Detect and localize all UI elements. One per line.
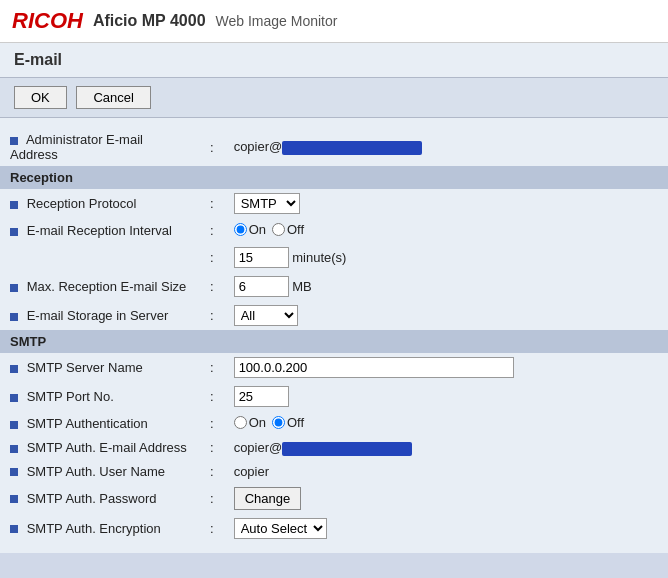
form-table: Administrator E-mail Address : copier@ R… (0, 128, 668, 543)
reception-interval-label: E-mail Reception Interval (27, 223, 172, 238)
smtp-auth-email-row: SMTP Auth. E-mail Address : copier@ (0, 436, 668, 460)
smtp-section-row: SMTP (0, 330, 668, 353)
bullet-smtp-port (10, 394, 18, 402)
bullet-max-email-size (10, 284, 18, 292)
smtp-server-name-row: SMTP Server Name : (0, 353, 668, 382)
smtp-auth-encryption-row: SMTP Auth. Encryption : Auto Select TLS … (0, 514, 668, 543)
bullet-smtp-auth-password (10, 495, 18, 503)
smtp-auth-username-value: copier (234, 464, 269, 479)
smtp-auth-username-row: SMTP Auth. User Name : copier (0, 460, 668, 483)
smtp-auth-radio-group: On Off (234, 415, 304, 430)
smtp-auth-username-label: SMTP Auth. User Name (27, 464, 165, 479)
reception-interval-row: E-mail Reception Interval : On Off (0, 218, 668, 243)
reception-protocol-select[interactable]: SMTP POP3 IMAP4 (234, 193, 300, 214)
smtp-auth-row: SMTP Authentication : On Off (0, 411, 668, 436)
max-email-size-label: Max. Reception E-mail Size (27, 279, 187, 294)
reception-interval-input[interactable] (234, 247, 289, 268)
reception-interval-off-radio[interactable] (272, 223, 285, 236)
email-storage-select[interactable]: All Leave Delete (234, 305, 298, 326)
smtp-auth-off-label[interactable]: Off (272, 415, 304, 430)
action-bar: OK Cancel (0, 78, 668, 118)
smtp-auth-email-prefix: copier@ (234, 440, 283, 455)
admin-email-label: Administrator E-mail Address (10, 132, 143, 162)
email-storage-label: E-mail Storage in Server (27, 308, 169, 323)
reception-interval-on-label[interactable]: On (234, 222, 266, 237)
reception-interval-unit: minute(s) (292, 250, 346, 265)
smtp-auth-off-radio[interactable] (272, 416, 285, 429)
header: RICOH Aficio MP 4000 Web Image Monitor (0, 0, 668, 43)
smtp-auth-email-label: SMTP Auth. E-mail Address (27, 440, 187, 455)
reception-interval-value-row: : minute(s) (0, 243, 668, 272)
app-name: Web Image Monitor (216, 13, 338, 29)
bullet-smtp-auth-username (10, 468, 18, 476)
bullet-smtp-server (10, 365, 18, 373)
bullet-smtp-auth-email (10, 445, 18, 453)
reception-section-row: Reception (0, 166, 668, 189)
model-name: Aficio MP 4000 (93, 12, 206, 30)
reception-protocol-label: Reception Protocol (27, 196, 137, 211)
admin-email-redacted (282, 141, 422, 155)
smtp-server-input[interactable] (234, 357, 514, 378)
page-title: E-mail (0, 43, 668, 78)
bullet-smtp-auth-encryption (10, 525, 18, 533)
max-email-size-unit: MB (292, 279, 312, 294)
bullet-admin-email (10, 137, 18, 145)
smtp-server-label: SMTP Server Name (27, 360, 143, 375)
smtp-port-input[interactable] (234, 386, 289, 407)
smtp-auth-password-label: SMTP Auth. Password (27, 491, 157, 506)
reception-section-header: Reception (0, 166, 668, 189)
reception-protocol-row: Reception Protocol : SMTP POP3 IMAP4 (0, 189, 668, 218)
main-content: Administrator E-mail Address : copier@ R… (0, 118, 668, 553)
bullet-reception-interval (10, 228, 18, 236)
smtp-auth-password-row: SMTP Auth. Password : Change (0, 483, 668, 514)
smtp-auth-encryption-select[interactable]: Auto Select TLS SSL None (234, 518, 327, 539)
max-email-size-row: Max. Reception E-mail Size : MB (0, 272, 668, 301)
bullet-email-storage (10, 313, 18, 321)
change-password-button[interactable]: Change (234, 487, 302, 510)
smtp-auth-label: SMTP Authentication (27, 416, 148, 431)
ricoh-logo: RICOH (12, 8, 83, 34)
smtp-auth-on-radio[interactable] (234, 416, 247, 429)
smtp-auth-encryption-label: SMTP Auth. Encryption (27, 521, 161, 536)
smtp-auth-on-label[interactable]: On (234, 415, 266, 430)
smtp-port-label: SMTP Port No. (27, 389, 114, 404)
max-email-size-input[interactable] (234, 276, 289, 297)
cancel-button[interactable]: Cancel (76, 86, 150, 109)
admin-email-prefix: copier@ (234, 139, 283, 154)
bullet-reception-protocol (10, 201, 18, 209)
email-storage-row: E-mail Storage in Server : All Leave Del… (0, 301, 668, 330)
bullet-smtp-auth (10, 421, 18, 429)
reception-interval-radio-group: On Off (234, 222, 304, 237)
smtp-port-row: SMTP Port No. : (0, 382, 668, 411)
smtp-section-header: SMTP (0, 330, 668, 353)
smtp-auth-email-redacted (282, 442, 412, 456)
ok-button[interactable]: OK (14, 86, 67, 109)
reception-interval-off-label[interactable]: Off (272, 222, 304, 237)
reception-interval-on-radio[interactable] (234, 223, 247, 236)
admin-email-row: Administrator E-mail Address : copier@ (0, 128, 668, 166)
